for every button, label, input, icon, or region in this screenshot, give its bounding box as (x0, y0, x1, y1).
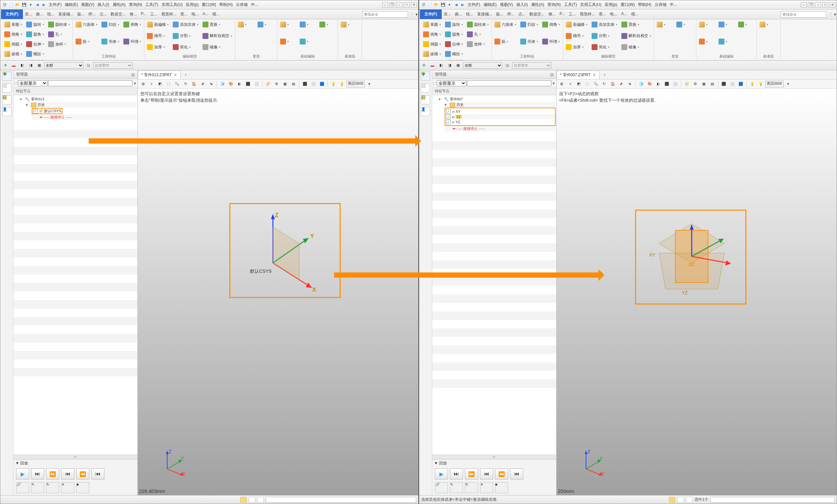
sel3-icon[interactable]: ▦ (36, 62, 43, 69)
ribbon-tab[interactable]: 焊... (505, 10, 516, 19)
side-user-icon[interactable]: 👤 (2, 107, 12, 116)
filter-funnel-icon[interactable]: ▼ (552, 82, 556, 85)
chevron-down-icon[interactable]: ▾ (558, 40, 560, 43)
view-tool-button[interactable]: ⬛ (663, 80, 671, 88)
ribbon-tab[interactable]: 造... (442, 10, 453, 19)
chevron-down-icon[interactable]: ▾ (167, 23, 169, 26)
side-img-icon[interactable]: 🖼️ (2, 95, 12, 104)
menu-item[interactable]: 编辑(E) (482, 1, 498, 8)
view-tool-button[interactable]: 🧊 (218, 80, 227, 88)
layer-display[interactable]: 图层0000 (346, 81, 365, 87)
ribbon-tab[interactable]: 版... (494, 10, 505, 19)
ribbon-button[interactable]: 倒角▾ (541, 20, 562, 29)
view-tool-button[interactable]: ⊞ (558, 80, 566, 88)
parts-only-select[interactable]: 仅有零件 (512, 62, 551, 69)
menu-item[interactable]: 应用(p) (603, 1, 619, 8)
chevron-down-icon[interactable]: ▾ (140, 40, 141, 43)
ribbon-button[interactable]: 倒角▾ (3, 30, 23, 39)
view-tool-button[interactable]: ▦ (281, 80, 289, 88)
pb-link-icon[interactable]: 🔗 (16, 482, 29, 493)
file-menu-tab[interactable]: 文件(F) (420, 10, 442, 19)
ribbon-button[interactable]: 放样▾ (466, 40, 490, 49)
min-inner-icon[interactable]: – (382, 2, 388, 7)
ribbon-button[interactable]: 扫掠▾ (519, 20, 539, 29)
ribbon-button[interactable]: 圆角▾ (444, 30, 464, 39)
chevron-down-icon[interactable]: ▾ (638, 46, 639, 49)
chevron-down-icon[interactable]: ▾ (706, 23, 708, 26)
ribbon-tab[interactable]: A... (619, 10, 629, 19)
view-tool-button[interactable]: ⬈ (618, 80, 625, 88)
view-tool-button[interactable]: ⚙ (691, 80, 699, 88)
ribbon-button[interactable]: ▾ (717, 20, 735, 29)
ribbon-min-icon[interactable]: ▾ (415, 12, 417, 17)
ribbon-button[interactable]: ▾ (698, 20, 716, 29)
ribbon-button[interactable]: 抽壳▾ (565, 31, 589, 40)
status-ico-1[interactable] (669, 497, 675, 503)
menu-item[interactable]: 编辑(E) (64, 1, 79, 8)
pb-refresh-icon[interactable]: ↻ (46, 482, 59, 493)
menu-item[interactable]: 云存储 (235, 1, 249, 8)
ribbon-button[interactable]: 简化▾ (172, 42, 200, 52)
ribbon-tab[interactable]: 工... (148, 10, 159, 19)
chevron-down-icon[interactable]: ▾ (189, 34, 191, 38)
sel4-icon[interactable]: ◲ (85, 62, 92, 69)
new-icon[interactable]: 📄 (8, 2, 14, 8)
ribbon-tab[interactable]: 点... (97, 10, 109, 19)
view-tool-button[interactable]: 🎨 (646, 80, 654, 88)
ribbon-button[interactable]: 旋转▾ (444, 20, 464, 29)
pb-link-icon[interactable]: 🔗 (435, 482, 448, 493)
ribbon-tab[interactable]: 版... (75, 10, 86, 19)
chevron-down-icon[interactable]: ▾ (582, 34, 584, 38)
view-tool-button[interactable]: ⌖ (566, 80, 574, 88)
ribbon-tab[interactable]: 焊... (86, 10, 97, 19)
ribbon-button[interactable]: 加厚▾ (565, 42, 589, 52)
ribbon-button[interactable]: 孔▾ (47, 30, 71, 39)
filter-all-select[interactable]: 全部 (44, 62, 84, 69)
side-tree-icon[interactable]: 🌳 (2, 72, 12, 81)
ribbon-tab[interactable]: 造... (23, 10, 34, 19)
view-tool-button[interactable]: 🧊 (637, 80, 645, 88)
open-icon[interactable]: 📂 (15, 2, 21, 8)
ribbon-min-icon[interactable]: ▾ (834, 12, 836, 17)
tree-history[interactable]: 历史 (457, 102, 464, 107)
pb-stop-icon[interactable]: ■ (76, 482, 89, 493)
chevron-down-icon[interactable]: ▾ (608, 46, 610, 49)
view-tool-button[interactable]: ⬊ (626, 80, 634, 88)
view-tool-button[interactable]: ⬛ (301, 80, 309, 88)
ribbon-button[interactable]: 倒角▾ (122, 20, 143, 29)
ribbon-tab[interactable]: 查... (178, 10, 190, 19)
ribbon-button[interactable]: 置换▾ (201, 20, 234, 29)
fwd-icon[interactable]: ▶ (460, 2, 466, 8)
chevron-down-icon[interactable]: ▾ (638, 23, 639, 26)
menu-item[interactable]: 文件(F) (48, 1, 63, 8)
ribbon-button[interactable]: ▾ (256, 20, 274, 29)
chevron-down-icon[interactable]: ▾ (487, 23, 489, 26)
menu-item[interactable]: 插入(I) (515, 1, 529, 8)
ribbon-button[interactable]: 添加实体▾ (590, 20, 619, 29)
chevron-down-icon[interactable]: ▾ (461, 42, 463, 46)
ribbon-button[interactable]: 壳体▾ (100, 37, 121, 46)
side-cube-icon[interactable]: ⬜ (421, 84, 430, 93)
menu-item[interactable]: 查询(N) (546, 1, 562, 8)
add-icon[interactable]: ✚ (2, 62, 9, 69)
chevron-down-icon[interactable]: ▾ (42, 42, 44, 46)
menu-item[interactable]: 窗口(W) (619, 1, 636, 8)
side-user-icon[interactable]: 👤 (421, 107, 430, 116)
sel2-icon[interactable]: ◨ (446, 62, 453, 69)
layer-display[interactable]: 图层0000 (765, 81, 784, 87)
chevron-down-icon[interactable]: ▾ (745, 23, 747, 26)
document-tab[interactable]: * 零件013.Z3PRT✕ (138, 71, 181, 79)
chevron-down-icon[interactable]: ▾ (163, 34, 165, 38)
ribbon-button[interactable]: 草图▾ (422, 20, 442, 29)
ribbon-button[interactable]: ▾ (717, 37, 735, 46)
filter-toggle-icon[interactable]: ⬚ (14, 81, 17, 85)
chevron-down-icon[interactable]: ▾ (726, 23, 727, 26)
side-tree-icon[interactable]: 🌳 (421, 72, 430, 81)
ribbon-button[interactable]: ▾ (279, 37, 297, 46)
chevron-down-icon[interactable]: ▾ (245, 23, 247, 26)
back-icon[interactable]: ◀ (34, 2, 40, 8)
view-tool-button[interactable]: ⬜ (672, 80, 679, 88)
ribbon-button[interactable]: 拔模▾ (3, 49, 23, 58)
layer-dropdown-icon[interactable]: ▾ (784, 80, 792, 88)
chevron-down-icon[interactable]: ▾ (558, 23, 560, 26)
